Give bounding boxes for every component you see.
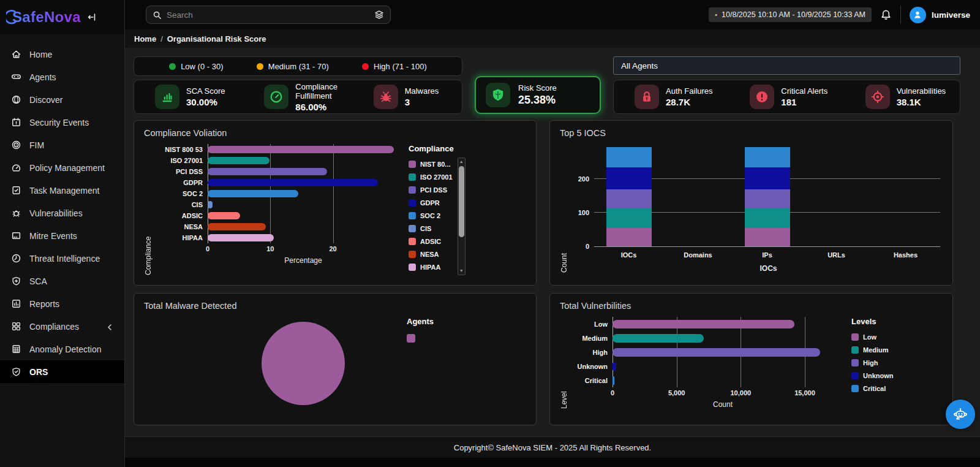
legend-item-gdpr[interactable]: GDPR	[409, 196, 454, 209]
x-tick-label: 5,000	[668, 389, 685, 397]
sidebar-collapse-icon[interactable]	[87, 12, 97, 22]
breadcrumb-separator: /	[160, 34, 163, 44]
policy-management-icon	[11, 162, 21, 173]
stack-segment[interactable]	[745, 208, 790, 228]
legend-swatch[interactable]	[407, 334, 415, 343]
stack-segment[interactable]	[606, 228, 652, 246]
chatbot-button[interactable]	[946, 400, 975, 429]
bar-adsic[interactable]	[208, 212, 240, 219]
sidebar-item-agents[interactable]: Agents	[0, 66, 124, 88]
sidebar-item-anomaly-detection[interactable]: Anomaly Detection	[0, 338, 124, 360]
category-label: SOC 2	[154, 188, 208, 199]
stack-segment[interactable]	[606, 208, 652, 228]
chart-title: Total Malware Detected	[144, 301, 526, 311]
legend-item-high[interactable]: High	[851, 356, 894, 369]
legend-item-iso-27001[interactable]: ISO 27001	[409, 170, 454, 183]
scrollbar-thumb[interactable]	[459, 166, 464, 237]
stat-malwares[interactable]: Malwares3	[353, 85, 462, 109]
legend-item-nist-80-[interactable]: NIST 80...	[409, 158, 454, 170]
legend-item-unknown[interactable]: Unknown	[851, 369, 894, 382]
bar-iso-27001[interactable]	[208, 157, 270, 164]
bar-soc-2[interactable]	[208, 190, 298, 197]
sidebar-item-home[interactable]: Home	[0, 43, 124, 66]
sidebar-item-discover[interactable]: Discover	[0, 88, 124, 111]
legend-item-hipaa[interactable]: HIPAA	[409, 260, 454, 273]
bar-nesa[interactable]	[208, 223, 266, 230]
stack-segment[interactable]	[745, 167, 790, 189]
legend-item-soc-2[interactable]: SOC 2	[409, 209, 454, 222]
stack-segment[interactable]	[606, 167, 652, 189]
bar-hipaa[interactable]	[208, 234, 274, 241]
stack-segment[interactable]	[745, 189, 790, 208]
bar-row	[612, 345, 833, 359]
legend-dot	[169, 63, 176, 70]
legend-scrollbar[interactable]: ▲ ▼	[458, 158, 466, 275]
legend-item-low[interactable]: Low	[851, 330, 894, 343]
bar-gdpr[interactable]	[208, 179, 378, 186]
category-label: Hashes	[871, 251, 940, 259]
bar-low[interactable]	[612, 320, 794, 328]
stack-segment[interactable]	[606, 189, 652, 208]
breadcrumb-home[interactable]: Home	[134, 34, 156, 44]
stacked-bar-ips[interactable]	[745, 147, 790, 246]
stack-segment[interactable]	[606, 147, 652, 167]
sidebar-item-mitre-events[interactable]: Mitre Events	[0, 224, 124, 247]
legend-item-critical[interactable]: Critical	[851, 382, 894, 395]
legend-item-medium[interactable]: Medium	[851, 343, 894, 356]
bell-icon[interactable]	[880, 9, 892, 21]
bar-nist-800-53[interactable]	[208, 146, 394, 153]
stacked-bar-iocs[interactable]	[606, 147, 652, 246]
risk-score-label: Risk Score	[518, 83, 557, 93]
sidebar-item-policy-management[interactable]: Policy Management	[0, 156, 124, 179]
sidebar-item-label: Security Events	[29, 118, 89, 127]
sidebar-item-vulnerabilities[interactable]: Vulnerabilities	[0, 202, 124, 224]
user-menu[interactable]: lumiverse	[910, 7, 970, 23]
sidebar-item-threat-intelligence[interactable]: Threat Intelligence	[0, 247, 124, 270]
stat-vulnerabilities[interactable]: Vulnerabilities38.1K	[845, 85, 960, 109]
legend-title: Levels	[851, 317, 894, 326]
bar-unknown[interactable]	[612, 362, 616, 371]
legend-item-adsic[interactable]: ADSIC	[409, 235, 454, 248]
stat-auth-failures[interactable]: Auth Failures28.7K	[614, 85, 729, 109]
sidebar-item-fim[interactable]: FIM	[0, 134, 124, 156]
risk-score-card[interactable]: Risk Score 25.38%	[475, 76, 601, 114]
robot-icon	[952, 406, 969, 423]
layers-icon[interactable]	[374, 10, 384, 20]
scroll-down-arrow-icon[interactable]: ▼	[459, 268, 464, 274]
sidebar-item-compliances[interactable]: Compliances	[0, 315, 124, 338]
x-tick-label: 15,000	[794, 389, 815, 397]
sca-icon	[11, 276, 21, 286]
legend-item-nesa[interactable]: NESA	[409, 248, 454, 260]
plot-area: 0100200	[594, 145, 940, 247]
sidebar-item-ors[interactable]: ORS	[0, 360, 124, 383]
sidebar-item-label: Task Management	[29, 186, 99, 196]
stat-compliance-fulfillment[interactable]: Compliance Fulfillment86.00%	[243, 82, 352, 112]
bar-medium[interactable]	[612, 334, 704, 343]
bar-cis[interactable]	[208, 201, 213, 208]
agents-filter-select[interactable]: All Agents	[613, 56, 960, 75]
topbar: • 10/8/2025 10:10 AM - 10/9/2025 10:33 A…	[125, 0, 980, 29]
stack-segment[interactable]	[745, 147, 790, 167]
legend-item-cis[interactable]: CIS	[409, 222, 454, 235]
legend-swatch	[851, 359, 859, 366]
stat-critical-alerts[interactable]: Critical Alerts181	[729, 85, 844, 109]
scroll-up-arrow-icon[interactable]: ▲	[459, 159, 464, 165]
pie-slice[interactable]	[262, 322, 345, 405]
legend-label: High	[863, 359, 878, 366]
sidebar-item-task-management[interactable]: Task Management	[0, 179, 124, 202]
sidebar-item-reports[interactable]: Reports	[0, 292, 124, 315]
sidebar-item-security-events[interactable]: Security Events	[0, 111, 124, 134]
chevron-left-icon[interactable]	[106, 323, 113, 330]
sidebar-item-sca[interactable]: SCA	[0, 270, 124, 292]
bar-critical[interactable]	[612, 376, 614, 385]
date-range-bullet: •	[715, 11, 717, 18]
bar-high[interactable]	[612, 348, 820, 357]
legend-item-pci-dss[interactable]: PCI DSS	[409, 183, 454, 196]
search-box[interactable]	[146, 6, 391, 24]
bar-row	[208, 144, 399, 155]
stack-segment[interactable]	[745, 228, 790, 246]
search-input[interactable]	[167, 10, 369, 20]
stat-sca-score[interactable]: SCA Score30.00%	[134, 85, 243, 109]
bar-pci-dss[interactable]	[208, 168, 327, 175]
date-range-picker[interactable]: • 10/8/2025 10:10 AM - 10/9/2025 10:33 A…	[709, 7, 872, 22]
